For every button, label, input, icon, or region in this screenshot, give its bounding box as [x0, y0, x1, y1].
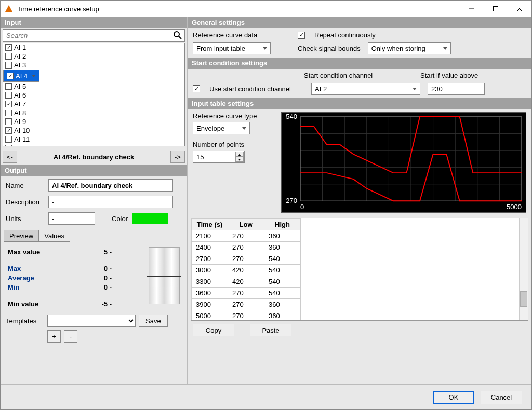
- channel-row[interactable]: AI 5: [3, 82, 184, 91]
- units-input[interactable]: [48, 212, 95, 225]
- channel-checkbox[interactable]: [5, 110, 12, 116]
- search-input[interactable]: [3, 29, 185, 42]
- add-template-button[interactable]: +: [47, 330, 61, 343]
- channel-row[interactable]: AI 7: [3, 100, 184, 108]
- table-cell[interactable]: 540: [264, 253, 301, 265]
- table-row[interactable]: 2400270360: [192, 242, 301, 253]
- table-row[interactable]: 3900270360: [192, 299, 301, 310]
- channel-checkbox[interactable]: [5, 145, 12, 146]
- table-row[interactable]: 2100270360: [192, 230, 301, 242]
- name-input[interactable]: [48, 179, 173, 192]
- channel-row[interactable]: AI 11: [3, 135, 184, 144]
- check-bounds-select[interactable]: Only when storing: [368, 42, 451, 54]
- channel-row[interactable]: AI 2: [3, 52, 184, 61]
- table-row[interactable]: 5000270360: [192, 310, 301, 321]
- cancel-button[interactable]: Cancel: [481, 391, 522, 404]
- prev-channel-button[interactable]: <-: [3, 151, 17, 163]
- table-cell[interactable]: 540: [264, 288, 301, 299]
- start-above-input[interactable]: [428, 83, 485, 95]
- table-cell[interactable]: 2100: [192, 230, 228, 242]
- channel-row[interactable]: AI 8: [3, 108, 184, 117]
- channel-checkbox[interactable]: [7, 73, 14, 79]
- table-cell[interactable]: 270: [228, 253, 264, 265]
- channel-row[interactable]: AI 3: [3, 61, 184, 70]
- remove-template-button[interactable]: -: [64, 330, 77, 343]
- start-channel-select[interactable]: AI 2: [311, 83, 420, 95]
- channel-checkbox[interactable]: [5, 83, 12, 90]
- table-row[interactable]: 3000420540: [192, 265, 301, 276]
- channel-checkbox[interactable]: [5, 92, 12, 99]
- channel-list[interactable]: AI 1AI 2AI 3AI 4AI 5AI 6AI 7AI 8AI 9AI 1…: [3, 43, 185, 146]
- table-scrollbar[interactable]: [519, 218, 528, 320]
- repeat-checkbox[interactable]: [298, 32, 305, 39]
- channel-checkbox[interactable]: [5, 118, 12, 125]
- minimize-button[interactable]: [460, 1, 484, 17]
- table-cell[interactable]: 360: [264, 242, 301, 253]
- col-low[interactable]: Low: [228, 219, 264, 230]
- table-row[interactable]: 3600270540: [192, 288, 301, 299]
- col-high[interactable]: High: [264, 219, 301, 230]
- table-cell[interactable]: 360: [264, 310, 301, 321]
- spin-down-icon[interactable]: ▼: [235, 157, 244, 162]
- channel-checkbox[interactable]: [5, 62, 12, 69]
- color-picker[interactable]: [132, 213, 168, 224]
- copy-button[interactable]: Copy: [193, 324, 234, 336]
- close-button[interactable]: [508, 1, 531, 17]
- table-cell[interactable]: 270: [228, 299, 264, 310]
- input-table[interactable]: Time (s) Low High 2100270360240027036027…: [191, 218, 528, 321]
- channel-row[interactable]: AI 1: [3, 43, 184, 52]
- channel-checkbox[interactable]: [5, 101, 12, 107]
- table-cell[interactable]: 2700: [192, 253, 228, 265]
- col-time[interactable]: Time (s): [192, 219, 228, 230]
- channel-row[interactable]: AI 4: [3, 70, 39, 82]
- next-channel-button[interactable]: ->: [170, 151, 185, 163]
- channel-checkbox[interactable]: [5, 136, 12, 143]
- table-cell[interactable]: 270: [228, 288, 264, 299]
- table-cell[interactable]: 360: [264, 230, 301, 242]
- table-row[interactable]: 2700270540: [192, 253, 301, 265]
- curve-type-select[interactable]: Envelope: [193, 122, 250, 134]
- channel-label: AI 12: [14, 144, 30, 146]
- table-cell[interactable]: 270: [228, 242, 264, 253]
- input-header: Input: [1, 17, 187, 28]
- table-cell[interactable]: 3900: [192, 299, 228, 310]
- channel-row[interactable]: AI 12: [3, 144, 184, 146]
- ref-curve-data-select[interactable]: From input table: [193, 42, 271, 54]
- paste-button[interactable]: Paste: [250, 324, 291, 336]
- table-cell[interactable]: 2400: [192, 242, 228, 253]
- table-cell[interactable]: 540: [264, 265, 301, 276]
- svg-text:540: 540: [286, 113, 297, 120]
- channel-checkbox[interactable]: [5, 53, 12, 60]
- maximize-button[interactable]: [484, 1, 508, 17]
- templates-select[interactable]: [47, 315, 136, 327]
- table-cell[interactable]: 3000: [192, 265, 228, 276]
- tab-preview[interactable]: Preview: [4, 230, 39, 242]
- table-row[interactable]: 3300420540: [192, 276, 301, 288]
- use-start-checkbox[interactable]: [193, 85, 200, 92]
- name-label: Name: [6, 182, 44, 189]
- channel-row[interactable]: AI 9: [3, 117, 184, 126]
- table-cell[interactable]: 420: [228, 276, 264, 288]
- start-condition-header: Start condition settings: [188, 58, 531, 69]
- table-cell[interactable]: 270: [228, 310, 264, 321]
- table-cell[interactable]: 360: [264, 299, 301, 310]
- save-template-button[interactable]: Save: [139, 315, 168, 327]
- table-cell[interactable]: 3300: [192, 276, 228, 288]
- npoints-spinner[interactable]: 15 ▲▼: [193, 151, 245, 163]
- output-header: Output: [1, 165, 187, 176]
- spin-up-icon[interactable]: ▲: [235, 152, 244, 157]
- table-cell[interactable]: 540: [264, 276, 301, 288]
- table-cell[interactable]: 420: [228, 265, 264, 276]
- ok-button[interactable]: OK: [433, 391, 474, 404]
- table-cell[interactable]: 270: [228, 230, 264, 242]
- svg-text:270: 270: [286, 197, 297, 204]
- envelope-chart: 54027005000: [281, 112, 526, 213]
- tab-values[interactable]: Values: [38, 230, 70, 242]
- description-input[interactable]: [48, 196, 173, 208]
- table-cell[interactable]: 5000: [192, 310, 228, 321]
- channel-checkbox[interactable]: [5, 127, 12, 134]
- channel-checkbox[interactable]: [5, 44, 12, 51]
- channel-row[interactable]: AI 6: [3, 91, 184, 100]
- channel-row[interactable]: AI 10: [3, 126, 184, 135]
- table-cell[interactable]: 3600: [192, 288, 228, 299]
